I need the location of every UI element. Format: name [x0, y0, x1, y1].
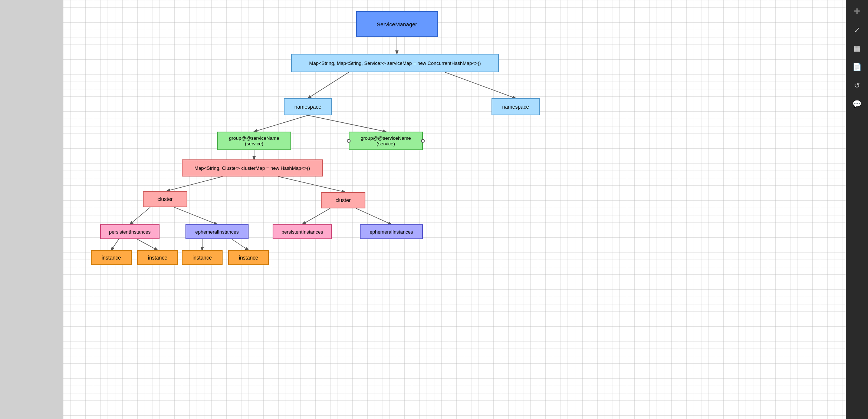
node-servicemap[interactable]: Map<String, Map<String, Service>> servic… [291, 54, 499, 72]
svg-line-2 [445, 72, 516, 98]
svg-line-15 [232, 239, 249, 250]
expand-icon[interactable]: ⤢ [849, 22, 865, 38]
node-cluster-left[interactable]: cluster [143, 191, 187, 207]
main-canvas: ServiceManager Map<String, Map<String, S… [63, 0, 846, 419]
chat-icon[interactable]: 💬 [849, 96, 865, 112]
svg-line-6 [167, 176, 223, 191]
svg-line-1 [308, 72, 349, 98]
node-group-right[interactable]: group@@serviceName(service) [349, 132, 423, 150]
node-namespace-left[interactable]: namespace [284, 98, 332, 115]
node-group-left[interactable]: group@@serviceName(service) [217, 132, 291, 150]
svg-line-12 [111, 239, 119, 250]
node-persistent-left[interactable]: persistentInstances [100, 224, 160, 239]
node-cluster-right[interactable]: cluster [321, 192, 365, 208]
node-ephemeral-right[interactable]: ephemeralInstances [360, 224, 423, 239]
node-instance-2[interactable]: instance [137, 250, 178, 265]
node-clustermap[interactable]: Map<String, Cluster> clusterMap = new Ha… [182, 159, 323, 176]
circle-endpoint-left [347, 139, 351, 143]
circle-endpoint-right [421, 139, 425, 143]
svg-line-10 [302, 208, 330, 224]
node-persistent-right[interactable]: persistentInstances [273, 224, 332, 239]
svg-line-9 [174, 207, 217, 224]
node-namespace-right[interactable]: namespace [491, 98, 540, 115]
svg-line-11 [356, 208, 391, 224]
node-instance-4[interactable]: instance [228, 250, 269, 265]
left-sidebar [0, 0, 63, 419]
compass-icon[interactable]: ✛ [849, 3, 865, 19]
svg-line-4 [308, 115, 386, 132]
svg-line-7 [278, 176, 345, 192]
svg-line-13 [137, 239, 158, 250]
node-instance-1[interactable]: instance [91, 250, 132, 265]
node-ephemeral-left[interactable]: ephemeralInstances [185, 224, 249, 239]
right-toolbar: ✛ ⤢ ▦ 📄 ↺ 💬 [846, 0, 868, 419]
node-instance-3[interactable]: instance [182, 250, 223, 265]
svg-line-8 [130, 207, 150, 224]
svg-line-3 [254, 115, 308, 132]
history-icon[interactable]: ↺ [849, 77, 865, 93]
calendar-icon[interactable]: ▦ [849, 40, 865, 56]
node-service-manager[interactable]: ServiceManager [356, 11, 438, 37]
document-icon[interactable]: 📄 [849, 59, 865, 75]
